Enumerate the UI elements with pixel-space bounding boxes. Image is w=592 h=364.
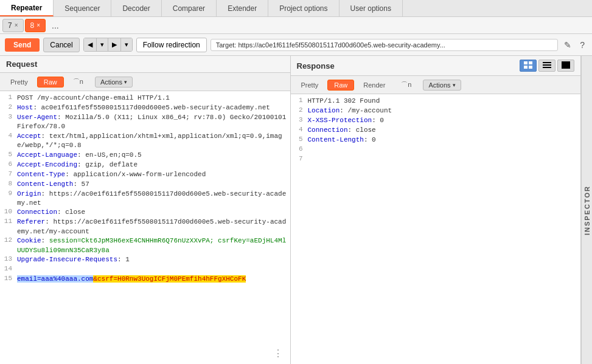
follow-redirect-button[interactable]: Follow redirection [136, 38, 207, 52]
nav-forward-dropdown[interactable]: ▾ [121, 38, 132, 51]
nav-back-dropdown[interactable]: ▾ [97, 38, 108, 51]
request-tabs-bar: Pretty Raw ⌒n Actions ▾ [0, 73, 290, 91]
grid2-icon [524, 61, 532, 69]
request-line-3: 3 User-Agent: Mozilla/5.0 (X11; Linux x8… [0, 113, 290, 132]
request-actions-button[interactable]: Actions ▾ [95, 77, 133, 88]
more-tabs-button[interactable]: ... [47, 21, 64, 30]
svg-rect-1 [529, 61, 532, 64]
list-icon [543, 61, 551, 69]
response-actions-arrow-icon: ▾ [453, 82, 456, 88]
view-split-button[interactable] [520, 60, 537, 72]
sub-tab-7-label: 7 [8, 21, 12, 30]
request-actions-label: Actions [100, 78, 122, 86]
svg-rect-2 [524, 66, 528, 69]
response-tab-pretty[interactable]: Pretty [294, 80, 326, 91]
request-line-13: 13 Upgrade-Insecure-Requests: 1 [0, 255, 290, 265]
response-actions-button[interactable]: Actions ▾ [423, 80, 461, 91]
response-tab-ln[interactable]: ⌒n [394, 78, 418, 91]
response-tab-render[interactable]: Render [357, 80, 392, 91]
response-line-5: 5 Content-Length: 0 [291, 136, 581, 145]
toolbar: Send Cancel ◀ ▾ ▶ ▾ Follow redirection T… [0, 34, 592, 56]
response-panel: Response [291, 56, 582, 364]
tab-comparer[interactable]: Comparer [162, 0, 217, 16]
svg-rect-0 [524, 61, 528, 64]
request-tab-pretty[interactable]: Pretty [4, 77, 35, 88]
response-title: Response [297, 61, 335, 70]
tab-sequencer[interactable]: Sequencer [54, 0, 111, 16]
nav-buttons: ◀ ▾ ▶ ▾ [83, 38, 133, 52]
close-tab-8[interactable]: × [37, 22, 40, 29]
request-line-12: 12 Cookie: session=Ckt6JpM3H6exE4CNHHmR6… [0, 236, 290, 255]
tab-decoder[interactable]: Decoder [111, 0, 161, 16]
response-tabs-bar: Pretty Raw Render ⌒n Actions ▾ [291, 76, 581, 94]
edit-target-icon[interactable]: ✎ [562, 39, 574, 51]
help-icon[interactable]: ? [577, 39, 587, 51]
request-line-6: 6 Accept-Encoding: gzip, deflate [0, 160, 290, 170]
send-button[interactable]: Send [5, 38, 40, 52]
response-actions-label: Actions [428, 81, 450, 89]
request-line-10: 10 Connection: close [0, 208, 290, 218]
request-title: Request [6, 60, 37, 69]
tab-repeater[interactable]: Repeater [0, 0, 54, 16]
request-actions-arrow-icon: ▾ [124, 79, 127, 85]
cancel-button[interactable]: Cancel [43, 38, 79, 52]
sub-tab-8-label: 8 [30, 21, 35, 30]
svg-rect-7 [562, 61, 570, 69]
response-line-2: 2 Location: /my-account [291, 106, 581, 116]
main-content: Request Pretty Raw ⌒n Actions ▾ 1 POST /… [0, 56, 592, 364]
tab-extender[interactable]: Extender [217, 0, 268, 16]
request-line-14: 14 [0, 265, 290, 275]
request-line-11: 11 Referer: https://ac0e1f611fe5f5508015… [0, 218, 290, 236]
more-options-icon[interactable]: ⋮ [273, 348, 283, 359]
nav-forward-button[interactable]: ▶ [108, 38, 120, 51]
response-tab-raw[interactable]: Raw [327, 80, 354, 91]
view-list-button[interactable] [538, 60, 555, 72]
close-tab-7[interactable]: × [15, 22, 18, 29]
svg-rect-5 [543, 64, 551, 66]
sub-tab-8[interactable]: 8 × [25, 19, 46, 32]
response-line-6: 6 [291, 145, 581, 155]
request-line-1: 1 POST /my-account/change-email HTTP/1.1 [0, 94, 290, 103]
request-code-area[interactable]: 1 POST /my-account/change-email HTTP/1.1… [0, 91, 290, 364]
sub-tab-7[interactable]: 7 × [2, 19, 24, 32]
sub-tabs-bar: 7 × 8 × ... [0, 17, 592, 34]
request-line-15: 15 email=aaa%40aaa.com&csrf=H0Rnw3UogICF… [0, 275, 290, 284]
request-line-4: 4 Accept: text/html,application/xhtml+xm… [0, 132, 290, 151]
request-line-8: 8 Content-Length: 57 [0, 180, 290, 190]
request-line-5: 5 Accept-Language: en-US,en;q=0.5 [0, 151, 290, 160]
view-controls [520, 60, 574, 72]
inspector-sidebar[interactable]: INSPECTOR [581, 56, 592, 364]
request-panel: Request Pretty Raw ⌒n Actions ▾ 1 POST /… [0, 56, 291, 364]
request-line-9: 9 Origin: https://ac0e1f611fe5f550801511… [0, 190, 290, 208]
inspector-label: INSPECTOR [583, 185, 591, 235]
request-panel-header: Request [0, 56, 290, 73]
nav-back-button[interactable]: ◀ [84, 38, 96, 51]
response-line-4: 4 Connection: close [291, 126, 581, 136]
view-dark-button[interactable] [557, 60, 574, 72]
response-panel-header: Response [291, 56, 581, 76]
request-tab-raw[interactable]: Raw [37, 77, 64, 88]
response-line-3: 3 X-XSS-Protection: 0 [291, 116, 581, 126]
response-code-area[interactable]: 1 HTTP/1.1 302 Found 2 Location: /my-acc… [291, 94, 581, 364]
svg-rect-6 [543, 67, 551, 68]
request-line-2: 2 Host: ac0e1f611fe5f5508015117d00d600e5… [0, 103, 290, 113]
svg-rect-3 [529, 66, 532, 69]
dark-icon [562, 61, 570, 69]
svg-rect-4 [543, 62, 551, 63]
tab-project-options[interactable]: Project options [268, 0, 339, 16]
response-line-1: 1 HTTP/1.1 302 Found [291, 97, 581, 106]
target-url-display: Target: https://ac0e1f611fe5f5508015117d… [211, 39, 558, 51]
tab-user-options[interactable]: User options [340, 0, 403, 16]
request-line-7: 7 Content-Type: application/x-www-form-u… [0, 170, 290, 180]
top-navigation: Repeater Sequencer Decoder Comparer Exte… [0, 0, 592, 17]
response-line-7: 7 [291, 155, 581, 165]
request-tab-ln[interactable]: ⌒n [66, 75, 90, 88]
